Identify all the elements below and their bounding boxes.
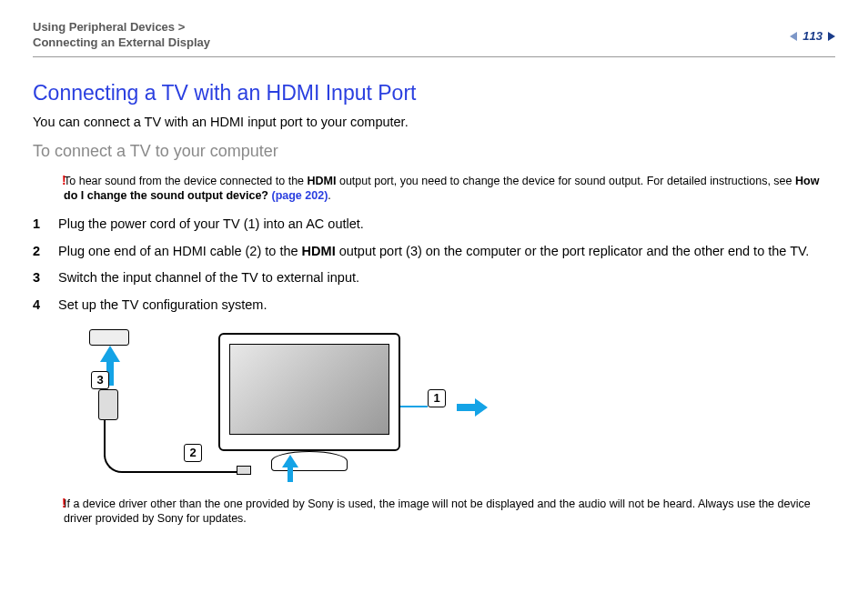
next-page-icon[interactable] [828, 32, 835, 41]
note1-link[interactable]: (page 202) [271, 189, 328, 202]
note1-pre: To hear sound from the device connected … [64, 175, 308, 187]
cable-segment [104, 420, 113, 457]
step-4: 4Set up the TV configuration system. [33, 296, 835, 315]
warning-icon: ! [62, 495, 66, 511]
note-sound-output: ! To hear sound from the device connecte… [64, 174, 835, 204]
note1-hdmi: HDMI [308, 175, 337, 187]
svg-marker-1 [282, 455, 298, 482]
section-subhead: To connect a TV to your computer [33, 142, 835, 161]
step-3: 3Switch the input channel of the TV to e… [33, 269, 835, 287]
cable-segment-2 [104, 455, 240, 473]
arrow-up-icon [282, 455, 298, 482]
connection-diagram: 3 2 1 [64, 324, 491, 487]
power-cord-line [400, 406, 428, 407]
note2-text: If a device driver other than the one pr… [64, 497, 811, 525]
prev-page-icon[interactable] [790, 32, 797, 41]
breadcrumb[interactable]: Using Peripheral Devices > Connecting an… [33, 20, 210, 51]
step-2-text: Plug one end of an HDMI cable (2) to the… [58, 243, 809, 261]
step-4-text: Set up the TV configuration system. [58, 296, 267, 315]
hdmi-plug-icon [98, 389, 118, 420]
steps-list: 1Plug the power cord of your TV (1) into… [33, 216, 835, 314]
tv-screen-icon [229, 344, 389, 435]
page-controls: 113 [790, 20, 835, 43]
callout-1: 1 [428, 389, 446, 407]
note1-post: . [328, 189, 330, 202]
page-title: Connecting a TV with an HDMI Input Port [33, 81, 835, 106]
breadcrumb-line1: Using Peripheral Devices > [33, 20, 210, 35]
callout-3: 3 [91, 371, 109, 389]
intro-text: You can connect a TV with an HDMI input … [33, 115, 835, 129]
note1-mid: output port, you need to change the devi… [336, 175, 795, 187]
callout-2: 2 [184, 444, 202, 462]
warning-icon: ! [62, 172, 66, 188]
step-2: 2Plug one end of an HDMI cable (2) to th… [33, 243, 835, 261]
page-header: Using Peripheral Devices > Connecting an… [33, 20, 835, 57]
cable-plug-icon [237, 466, 251, 475]
arrow-right-icon [457, 398, 488, 417]
step-1-text: Plug the power cord of your TV (1) into … [58, 216, 364, 234]
hdmi-port-icon [89, 329, 129, 346]
step-1: 1Plug the power cord of your TV (1) into… [33, 216, 835, 234]
page-number: 113 [802, 29, 823, 43]
svg-marker-2 [457, 398, 488, 417]
note-driver: ! If a device driver other than the one … [64, 497, 835, 527]
step-3-text: Switch the input channel of the TV to ex… [58, 269, 359, 287]
breadcrumb-line2: Connecting an External Display [33, 35, 210, 51]
